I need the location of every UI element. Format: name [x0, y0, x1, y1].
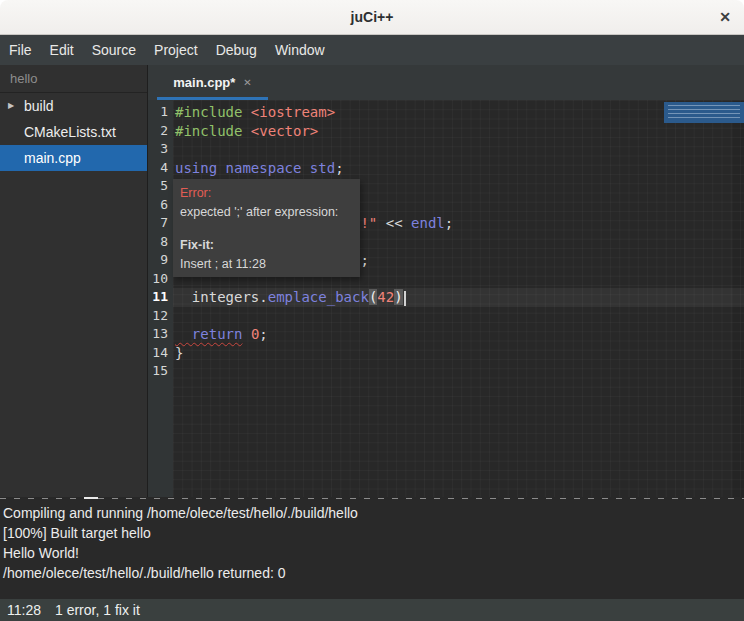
code-token: 42: [377, 289, 394, 305]
source-editor[interactable]: 123456789101112131415 #include <iostream…: [148, 100, 744, 497]
menu-item-file[interactable]: File: [0, 42, 41, 58]
code-token: using namespace std: [175, 160, 335, 176]
code-token: ;: [259, 326, 267, 342]
code-token: emplace_back: [268, 289, 369, 305]
file-tree: ▶buildCMakeLists.txtmain.cpp: [0, 93, 147, 171]
menu-bar: FileEditSourceProjectDebugWindow: [0, 35, 744, 65]
terminal-output[interactable]: Compiling and running /home/olece/test/h…: [0, 500, 744, 599]
code-line-3[interactable]: [173, 140, 744, 159]
line-number: 10: [148, 270, 168, 289]
tree-item-label: build: [24, 98, 54, 114]
code-line-11[interactable]: integers.emplace_back(42): [173, 288, 744, 307]
separator-handle[interactable]: [84, 497, 98, 499]
tooltip-error-message: expected ';' after expression:: [180, 203, 353, 222]
line-number: 2: [148, 122, 168, 141]
close-window-icon[interactable]: ✕: [716, 0, 734, 35]
terminal-line: Hello World!: [3, 543, 744, 563]
tab-close-icon[interactable]: ✕: [243, 77, 251, 88]
line-number: 3: [148, 140, 168, 159]
diagnostics-summary: 1 error, 1 fix it: [55, 602, 140, 618]
line-number: 4: [148, 159, 168, 178]
line-number: 8: [148, 233, 168, 252]
code-token: }: [175, 345, 183, 361]
text-caret: [404, 291, 406, 306]
menu-item-project[interactable]: Project: [145, 42, 207, 58]
code-token: ): [394, 289, 402, 305]
line-number: 5: [148, 177, 168, 196]
project-sidebar: hello ▶buildCMakeLists.txtmain.cpp: [0, 65, 148, 497]
terminal-line: [100%] Built target hello: [3, 523, 744, 543]
popup-text-streaks: [668, 105, 740, 120]
tab-label: main.cpp*: [173, 75, 235, 90]
code-token: <iostream>: [251, 104, 335, 120]
tree-item-label: CMakeLists.txt: [24, 124, 116, 140]
line-number: 9: [148, 251, 168, 270]
code-token: ;: [335, 160, 343, 176]
title-bar: juCi++ ✕: [0, 0, 744, 35]
sidebar-item-build[interactable]: ▶build: [0, 93, 147, 119]
code-line-1[interactable]: #include <iostream>: [173, 103, 744, 122]
line-number: 6: [148, 196, 168, 215]
code-line-12[interactable]: [173, 307, 744, 326]
popup-fragment[interactable]: [664, 102, 744, 123]
status-bar: 11:28 1 error, 1 fix it: [0, 599, 744, 621]
code-area[interactable]: #include <iostream>#include <vector>usin…: [173, 100, 744, 497]
expander-triangle-icon[interactable]: ▶: [8, 93, 14, 119]
code-token: #include: [175, 104, 251, 120]
line-number: 15: [148, 362, 168, 381]
line-number-gutter: 123456789101112131415: [148, 100, 173, 497]
line-number: 12: [148, 307, 168, 326]
terminal-line: Compiling and running /home/olece/test/h…: [3, 503, 744, 523]
code-token: #include: [175, 123, 251, 139]
code-token: <<: [377, 215, 411, 231]
project-name: hello: [0, 65, 147, 93]
line-number: 11: [148, 288, 168, 307]
line-number: 14: [148, 344, 168, 363]
tooltip-fixit-message: Insert ; at 11:28: [180, 255, 353, 274]
tooltip-fixit-label: Fix-it:: [180, 236, 353, 255]
menu-item-edit[interactable]: Edit: [41, 42, 83, 58]
sidebar-item-main-cpp[interactable]: main.cpp: [0, 145, 147, 171]
code-line-2[interactable]: #include <vector>: [173, 122, 744, 141]
code-token: endl: [411, 215, 445, 231]
diagnostic-tooltip: Error: expected ';' after expression: Fi…: [173, 179, 360, 277]
tooltip-spacer: [180, 222, 353, 236]
line-number: 13: [148, 325, 168, 344]
line-number: 1: [148, 103, 168, 122]
code-line-13[interactable]: return 0;: [173, 325, 744, 344]
code-token: [242, 326, 250, 342]
code-token: integers.: [175, 289, 268, 305]
menu-item-window[interactable]: Window: [266, 42, 334, 58]
editor-pane: main.cpp* ✕ 123456789101112131415 #inclu…: [148, 65, 744, 497]
tree-item-label: main.cpp: [24, 150, 81, 166]
code-line-4[interactable]: using namespace std;: [173, 159, 744, 178]
code-line-14[interactable]: }: [173, 344, 744, 363]
code-token: return: [175, 326, 242, 342]
sidebar-item-cmakelists-txt[interactable]: CMakeLists.txt: [0, 119, 147, 145]
code-token: ;: [445, 215, 453, 231]
terminal-line: /home/olece/test/hello/./build/hello ret…: [3, 563, 744, 583]
menu-item-debug[interactable]: Debug: [207, 42, 266, 58]
tab-main-cpp[interactable]: main.cpp* ✕: [157, 65, 268, 100]
tooltip-error-label: Error:: [180, 184, 353, 203]
line-number: 7: [148, 214, 168, 233]
cursor-position: 11:28: [7, 602, 41, 618]
code-token: <vector>: [251, 123, 318, 139]
code-line-15[interactable]: [173, 362, 744, 381]
separator-dashes: [0, 498, 744, 499]
menu-item-source[interactable]: Source: [83, 42, 145, 58]
tab-bar: main.cpp* ✕: [148, 65, 744, 100]
window-title: juCi++: [0, 0, 744, 35]
